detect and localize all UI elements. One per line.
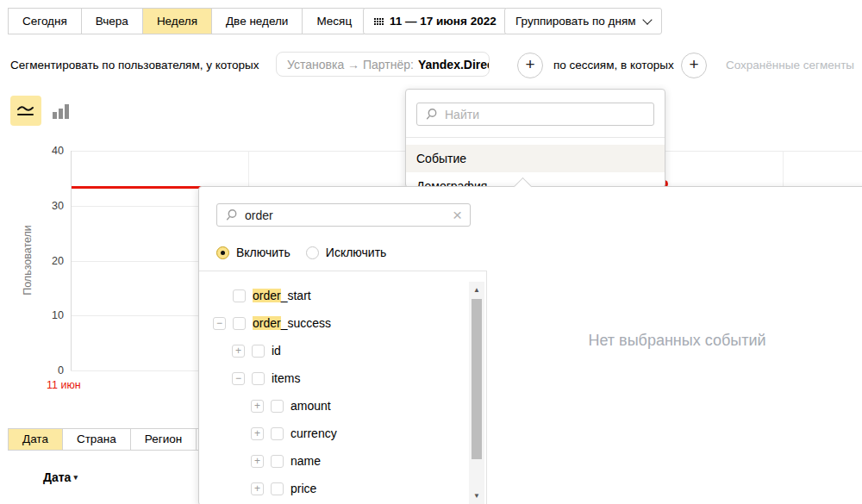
y-tick-label: 0	[34, 364, 64, 376]
group-by-label: Группировать по дням	[515, 9, 636, 34]
tree-item-label: currency	[290, 426, 337, 440]
y-tick-label: 40	[34, 145, 64, 157]
dimension-tab[interactable]: Страна	[62, 428, 131, 451]
table-sort-header[interactable]: Дата▾	[43, 470, 78, 484]
line-chart-icon	[16, 104, 35, 118]
radio-unselected-icon[interactable]	[306, 246, 319, 259]
y-tick-label: 30	[34, 200, 64, 212]
event-search-input[interactable]	[243, 208, 445, 223]
radio-selected-icon[interactable]	[216, 246, 229, 259]
segment-category-dropdown: СобытиеДемография	[405, 89, 665, 188]
sort-direction-icon: ▾	[73, 473, 78, 482]
scroll-up-arrow[interactable]: ▲	[469, 283, 484, 297]
tree-expander-icon[interactable]: +	[251, 482, 264, 495]
date-preset-button[interactable]: Две недели	[211, 8, 303, 34]
tree-expander-icon[interactable]: −	[232, 372, 245, 385]
exclude-radio-option[interactable]: Исключить	[306, 246, 387, 259]
y-axis-line	[71, 151, 72, 370]
tree-checkbox[interactable]	[271, 400, 284, 413]
tree-expander-icon[interactable]: +	[232, 345, 245, 358]
dimension-tab[interactable]: Дата	[8, 428, 63, 451]
empty-selection-message: Нет выбранных событий	[487, 332, 862, 350]
dropdown-notch	[520, 89, 538, 98]
category-search-input[interactable]	[443, 107, 653, 122]
filter-mode-radios: Включить Исключить	[216, 246, 386, 259]
scrollbar-thumb[interactable]	[472, 299, 482, 459]
date-preset-button[interactable]: Месяц	[302, 8, 366, 34]
clear-search-icon[interactable]: ×	[445, 207, 470, 223]
event-tree: order_start − order_success + id − items…	[199, 282, 469, 502]
search-icon	[225, 208, 238, 221]
tree-checkbox[interactable]	[233, 317, 246, 330]
chevron-down-icon	[642, 15, 652, 24]
divider	[199, 271, 486, 271]
date-preset-button[interactable]: Вчера	[81, 8, 143, 34]
tree-checkbox[interactable]	[271, 455, 284, 468]
x-tick-label: 11 июн	[47, 379, 81, 391]
segment-filter-chip[interactable]: Установка → Партнёр: Yandex.Direct	[276, 52, 490, 77]
bar-chart-toggle[interactable]	[49, 99, 72, 122]
add-session-segment-button[interactable]: +	[681, 53, 707, 78]
y-tick-label: 10	[34, 309, 64, 321]
tree-checkbox[interactable]	[252, 345, 265, 358]
tree-item-label: order_start	[253, 289, 311, 302]
event-tree-row[interactable]: + amount	[199, 392, 469, 420]
include-radio-label: Включить	[236, 246, 290, 259]
scroll-down-arrow[interactable]: ▼	[469, 489, 484, 503]
divider	[406, 137, 665, 138]
selected-events-pane: Нет выбранных событий	[487, 187, 862, 504]
tree-expander-icon[interactable]: +	[251, 400, 264, 413]
event-tree-row[interactable]: + name	[199, 447, 469, 475]
search-icon	[425, 108, 438, 121]
tree-item-label: items	[272, 371, 300, 385]
tree-expander-icon[interactable]: +	[251, 427, 264, 440]
date-preset-button[interactable]: Неделя	[142, 8, 212, 34]
tree-scrollbar[interactable]: ▲ ▼	[469, 282, 484, 504]
category-search-box[interactable]	[416, 103, 654, 126]
tree-expander-icon[interactable]: +	[251, 455, 264, 468]
y-tick-label: 20	[34, 255, 64, 267]
exclude-radio-label: Исключить	[326, 246, 387, 259]
tree-checkbox[interactable]	[271, 482, 284, 495]
saved-segments-link[interactable]: Сохранённые сегменты	[726, 59, 854, 72]
tree-item-label: order_success	[253, 316, 331, 330]
tree-checkbox[interactable]	[271, 427, 284, 440]
y-axis-title: Пользователи	[22, 208, 34, 312]
sort-column-label: Дата	[43, 470, 71, 484]
segmentation-label: Сегментировать по пользователям, у котор…	[10, 59, 259, 72]
event-tree-row[interactable]: + price	[199, 475, 469, 502]
tree-expander-icon[interactable]: −	[213, 317, 226, 330]
date-preset-group: СегодняВчераНеделяДве неделиМесяц	[9, 8, 366, 34]
category-list-item[interactable]: Событие	[406, 145, 665, 172]
dimension-tab[interactable]: Регион	[130, 428, 197, 451]
tree-checkbox[interactable]	[252, 372, 265, 385]
appmetrica-segmentation-screen: { "toolbar": { "presets": [ {"label": "С…	[0, 0, 862, 504]
sessions-segmentation-label: по сессиям, в которых	[553, 59, 674, 72]
event-search-box[interactable]: ×	[216, 203, 471, 227]
date-range-picker[interactable]: 11 — 17 июня 2022	[363, 8, 508, 34]
event-tree-row[interactable]: − order_success	[199, 309, 469, 337]
add-user-segment-button[interactable]: +	[517, 53, 543, 78]
event-tree-row[interactable]: order_start	[199, 282, 469, 309]
event-tree-row[interactable]: + id	[199, 337, 469, 364]
event-selector-popup: × Включить Исключить order_start − order…	[198, 186, 862, 504]
group-by-dropdown[interactable]: Группировать по дням	[504, 8, 662, 34]
segment-filter-value: Yandex.Direct	[418, 58, 490, 72]
bar-chart-icon	[53, 112, 57, 119]
include-radio-option[interactable]: Включить	[216, 246, 290, 259]
calendar-dots-icon	[374, 18, 384, 25]
tree-item-label: id	[272, 344, 281, 358]
tree-item-label: amount	[290, 399, 331, 413]
date-preset-button[interactable]: Сегодня	[8, 8, 82, 34]
tree-checkbox[interactable]	[233, 289, 246, 302]
category-list: СобытиеДемография	[406, 145, 665, 188]
segment-filter-prefix: Установка → Партнёр:	[287, 58, 414, 72]
tree-item-label: price	[290, 482, 316, 495]
date-range-label: 11 — 17 июня 2022	[390, 9, 497, 34]
event-tree-row[interactable]: + currency	[199, 420, 469, 447]
line-chart-toggle[interactable]	[10, 96, 41, 126]
event-tree-row[interactable]: − items	[199, 364, 469, 392]
tree-item-label: name	[290, 454, 321, 468]
